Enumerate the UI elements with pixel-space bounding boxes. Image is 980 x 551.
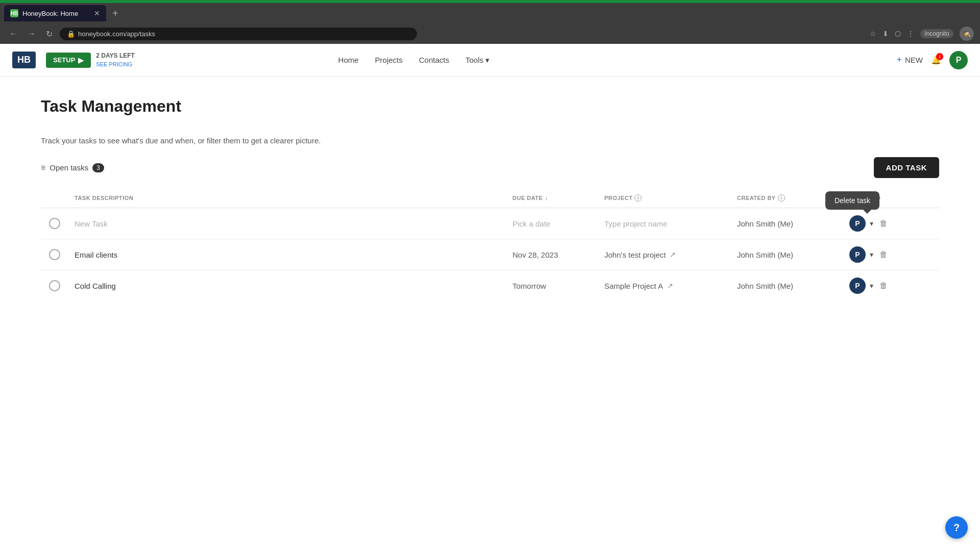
task-table: TASK DESCRIPTION DUE DATE ↕ PROJECT i CR… — [41, 188, 939, 301]
delete-tooltip: Delete task — [825, 191, 879, 210]
task-project[interactable]: Type project name — [604, 219, 737, 228]
url-text: honeybook.com/app/tasks — [78, 30, 155, 38]
task-assigned: P ▾ 🗑 Delete task — [849, 215, 931, 232]
more-icon[interactable]: ⋮ — [907, 30, 914, 38]
nav-home[interactable]: Home — [338, 56, 359, 65]
page-subtitle: Track your tasks to see what's due and w… — [41, 136, 939, 145]
tab-bar: HB HoneyBook: Home ✕ + — [0, 3, 980, 23]
tab-favicon: HB — [10, 9, 18, 17]
header-right: + NEW 🔔 1 P — [896, 51, 968, 69]
browser-chrome: HB HoneyBook: Home ✕ + ← → ↻ 🔒 honeybook… — [0, 3, 980, 44]
open-tasks-filter[interactable]: ≡ Open tasks 3 — [41, 163, 104, 172]
task-count-badge: 3 — [92, 163, 104, 172]
assignee-chevron[interactable]: ▾ — [870, 282, 873, 290]
active-tab[interactable]: HB HoneyBook: Home ✕ — [4, 5, 106, 21]
assignee-avatar[interactable]: P — [849, 215, 866, 232]
download-icon[interactable]: ⬇ — [883, 30, 889, 38]
col-header-task: TASK DESCRIPTION — [75, 194, 512, 202]
open-tasks-label: Open tasks — [50, 163, 88, 172]
task-assigned: P ▾ 🗑 — [849, 278, 931, 294]
task-checkbox[interactable] — [49, 249, 60, 260]
external-link-icon[interactable]: ↗ — [667, 282, 673, 290]
task-due-date[interactable]: Pick a date — [512, 219, 604, 228]
table-header-row: TASK DESCRIPTION DUE DATE ↕ PROJECT i CR… — [41, 188, 939, 208]
task-creator: John Smith (Me) — [737, 219, 849, 228]
table-row: Email clients Nov 28, 2023 John's test p… — [41, 239, 939, 270]
table-row: New Task Pick a date Type project name J… — [41, 208, 939, 239]
task-due-date[interactable]: Tomorrow — [512, 282, 604, 290]
task-creator: John Smith (Me) — [737, 282, 849, 290]
incognito-badge: Incognito — [920, 29, 953, 38]
project-info-icon[interactable]: i — [634, 194, 642, 202]
created-by-info-icon[interactable]: i — [778, 194, 785, 202]
col-header-project: PROJECT i — [604, 194, 737, 202]
nav-tools[interactable]: Tools — [465, 56, 489, 65]
assignee-chevron[interactable]: ▾ — [870, 219, 873, 228]
assignee-avatar[interactable]: P — [849, 278, 866, 294]
see-pricing-link[interactable]: SEE PRICING — [96, 61, 132, 67]
extensions-icon[interactable]: ⬡ — [895, 30, 901, 38]
notification-badge: 1 — [936, 53, 943, 60]
sort-icon: ↕ — [545, 195, 548, 201]
new-button[interactable]: + NEW — [896, 55, 923, 65]
bookmark-icon[interactable]: ☆ — [870, 30, 876, 38]
address-bar[interactable]: 🔒 honeybook.com/app/tasks — [60, 28, 417, 40]
add-task-button[interactable]: ADD TASK — [874, 157, 939, 178]
user-avatar[interactable]: P — [949, 51, 968, 69]
task-due-date[interactable]: Nov 28, 2023 — [512, 251, 604, 259]
days-left-label: 2 DAYS LEFT — [96, 52, 135, 59]
main-nav: Home Projects Contacts Tools — [338, 56, 490, 65]
page-content: Task Management Track your tasks to see … — [0, 77, 980, 321]
delete-task-button[interactable]: 🗑 — [877, 279, 890, 292]
task-checkbox[interactable] — [49, 280, 60, 291]
external-link-icon[interactable]: ↗ — [670, 251, 676, 259]
help-button[interactable]: ? — [945, 516, 968, 539]
notifications-button[interactable]: 🔔 1 — [931, 55, 941, 65]
forward-button[interactable]: → — [24, 27, 39, 40]
new-plus-icon: + — [896, 55, 902, 65]
task-creator: John Smith (Me) — [737, 251, 849, 259]
filter-icon: ≡ — [41, 163, 45, 172]
back-button[interactable]: ← — [6, 27, 20, 40]
refresh-button[interactable]: ↻ — [43, 27, 56, 41]
tab-title: HoneyBook: Home — [22, 10, 78, 17]
nav-contacts[interactable]: Contacts — [419, 56, 449, 65]
col-header-checkbox — [49, 194, 75, 202]
new-label: NEW — [905, 56, 923, 64]
delete-task-button[interactable]: 🗑 — [877, 217, 890, 230]
lock-icon: 🔒 — [67, 30, 75, 38]
assignee-chevron[interactable]: ▾ — [870, 251, 873, 259]
new-tab-button[interactable]: + — [108, 8, 122, 19]
table-row: Cold Calling Tomorrow Sample Project A ↗… — [41, 270, 939, 301]
task-checkbox[interactable] — [49, 218, 60, 229]
task-name[interactable]: Cold Calling — [75, 282, 512, 290]
setup-button[interactable]: SETUP ▶ — [46, 53, 91, 68]
delete-task-button[interactable]: 🗑 — [877, 248, 890, 261]
task-project[interactable]: John's test project ↗ — [604, 251, 737, 259]
assignee-avatar[interactable]: P — [849, 246, 866, 263]
tasks-header: ≡ Open tasks 3 ADD TASK — [41, 157, 939, 178]
task-project[interactable]: Sample Project A ↗ — [604, 282, 737, 290]
task-assigned: P ▾ 🗑 — [849, 246, 931, 263]
nav-projects[interactable]: Projects — [375, 56, 403, 65]
task-name[interactable]: New Task — [75, 219, 512, 228]
browser-toolbar: ← → ↻ 🔒 honeybook.com/app/tasks ☆ ⬇ ⬡ ⋮ … — [0, 23, 980, 44]
col-header-due-date[interactable]: DUE DATE ↕ — [512, 194, 604, 202]
app-logo[interactable]: HB — [12, 52, 36, 68]
tab-close-button[interactable]: ✕ — [94, 9, 100, 17]
task-name[interactable]: Email clients — [75, 251, 512, 259]
setup-label: SETUP — [53, 56, 75, 64]
setup-arrow: ▶ — [78, 56, 84, 64]
page-title: Task Management — [41, 97, 939, 116]
app-header: HB SETUP ▶ 2 DAYS LEFT SEE PRICING Home … — [0, 44, 980, 77]
toolbar-right: ☆ ⬇ ⬡ ⋮ Incognito 🕵 — [870, 27, 974, 41]
trial-info: 2 DAYS LEFT SEE PRICING — [96, 52, 135, 68]
incognito-avatar: 🕵 — [960, 27, 974, 41]
